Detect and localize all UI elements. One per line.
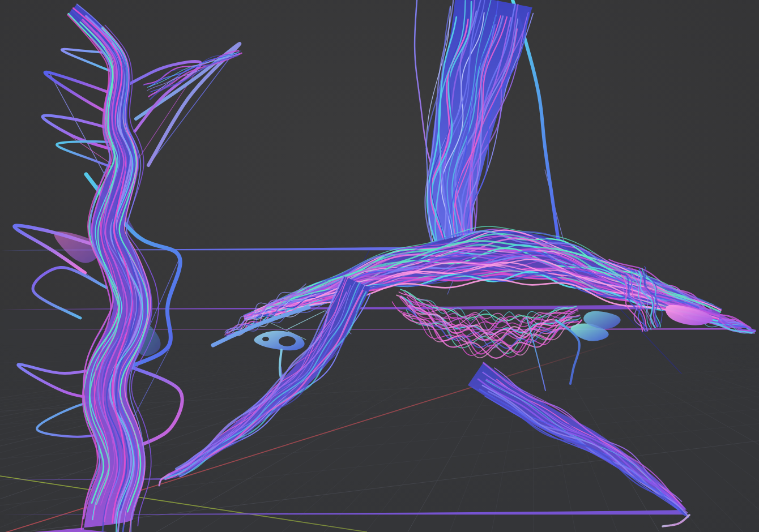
viewport[interactable] xyxy=(0,0,759,532)
viewport-canvas[interactable] xyxy=(0,0,759,532)
